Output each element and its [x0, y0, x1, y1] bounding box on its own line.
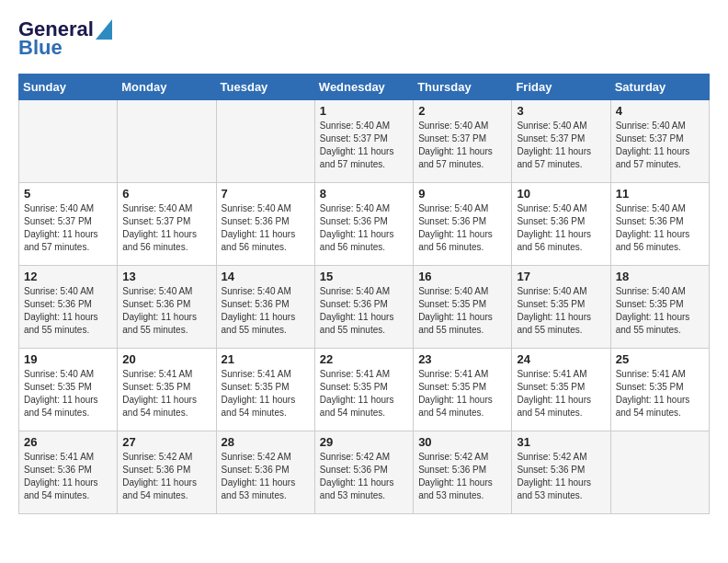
- day-number: 5: [24, 187, 112, 201]
- calendar-cell: 6Sunrise: 5:40 AM Sunset: 5:37 PM Daylig…: [118, 183, 216, 266]
- calendar-header-row: SundayMondayTuesdayWednesdayThursdayFrid…: [19, 75, 710, 100]
- header-monday: Monday: [118, 75, 216, 100]
- day-info: Sunrise: 5:40 AM Sunset: 5:36 PM Dayligh…: [320, 202, 408, 254]
- calendar-week-row: 26Sunrise: 5:41 AM Sunset: 5:36 PM Dayli…: [19, 431, 710, 514]
- calendar-cell: 23Sunrise: 5:41 AM Sunset: 5:35 PM Dayli…: [414, 349, 512, 431]
- day-info: Sunrise: 5:40 AM Sunset: 5:35 PM Dayligh…: [418, 285, 506, 337]
- day-number: 17: [517, 270, 605, 283]
- calendar-cell: 24Sunrise: 5:41 AM Sunset: 5:35 PM Dayli…: [512, 349, 610, 431]
- logo-text-blue: Blue: [18, 37, 63, 59]
- calendar-cell: 16Sunrise: 5:40 AM Sunset: 5:35 PM Dayli…: [414, 266, 512, 349]
- calendar-cell: 13Sunrise: 5:40 AM Sunset: 5:36 PM Dayli…: [118, 266, 216, 349]
- header-friday: Friday: [512, 75, 610, 100]
- day-number: 2: [418, 104, 506, 118]
- day-number: 30: [418, 435, 506, 449]
- day-info: Sunrise: 5:41 AM Sunset: 5:35 PM Dayligh…: [222, 368, 310, 419]
- day-info: Sunrise: 5:41 AM Sunset: 5:35 PM Dayligh…: [320, 368, 408, 419]
- day-info: Sunrise: 5:40 AM Sunset: 5:36 PM Dayligh…: [122, 285, 210, 337]
- calendar-cell: 31Sunrise: 5:42 AM Sunset: 5:36 PM Dayli…: [512, 431, 610, 514]
- day-number: 4: [616, 104, 704, 118]
- calendar-cell: 15Sunrise: 5:40 AM Sunset: 5:36 PM Dayli…: [314, 266, 413, 349]
- day-info: Sunrise: 5:40 AM Sunset: 5:37 PM Dayligh…: [418, 120, 506, 171]
- day-info: Sunrise: 5:40 AM Sunset: 5:35 PM Dayligh…: [616, 285, 704, 337]
- calendar-cell: [610, 431, 709, 514]
- header-sunday: Sunday: [19, 75, 118, 100]
- calendar-cell: 25Sunrise: 5:41 AM Sunset: 5:35 PM Dayli…: [610, 349, 709, 431]
- day-number: 9: [418, 187, 506, 201]
- day-info: Sunrise: 5:40 AM Sunset: 5:35 PM Dayligh…: [24, 368, 112, 419]
- calendar-week-row: 1Sunrise: 5:40 AM Sunset: 5:37 PM Daylig…: [19, 100, 710, 183]
- day-number: 6: [122, 187, 210, 201]
- calendar-cell: 5Sunrise: 5:40 AM Sunset: 5:37 PM Daylig…: [19, 183, 118, 266]
- header-tuesday: Tuesday: [216, 75, 314, 100]
- day-info: Sunrise: 5:40 AM Sunset: 5:36 PM Dayligh…: [24, 285, 112, 337]
- calendar-cell: 1Sunrise: 5:40 AM Sunset: 5:37 PM Daylig…: [314, 100, 413, 183]
- calendar-cell: 28Sunrise: 5:42 AM Sunset: 5:36 PM Dayli…: [216, 431, 314, 514]
- calendar-cell: 8Sunrise: 5:40 AM Sunset: 5:36 PM Daylig…: [314, 183, 413, 266]
- day-info: Sunrise: 5:42 AM Sunset: 5:36 PM Dayligh…: [222, 451, 310, 502]
- calendar-cell: 12Sunrise: 5:40 AM Sunset: 5:36 PM Dayli…: [19, 266, 118, 349]
- day-info: Sunrise: 5:40 AM Sunset: 5:35 PM Dayligh…: [517, 285, 605, 337]
- day-info: Sunrise: 5:40 AM Sunset: 5:37 PM Dayligh…: [24, 202, 112, 254]
- calendar-cell: 9Sunrise: 5:40 AM Sunset: 5:36 PM Daylig…: [414, 183, 512, 266]
- day-info: Sunrise: 5:40 AM Sunset: 5:36 PM Dayligh…: [616, 202, 704, 254]
- day-number: 21: [222, 352, 310, 366]
- day-info: Sunrise: 5:40 AM Sunset: 5:37 PM Dayligh…: [320, 120, 408, 171]
- calendar-cell: [19, 100, 118, 183]
- day-number: 18: [616, 270, 704, 283]
- day-number: 25: [616, 352, 704, 366]
- day-info: Sunrise: 5:41 AM Sunset: 5:35 PM Dayligh…: [616, 368, 704, 419]
- calendar-cell: 7Sunrise: 5:40 AM Sunset: 5:36 PM Daylig…: [216, 183, 314, 266]
- day-info: Sunrise: 5:41 AM Sunset: 5:36 PM Dayligh…: [24, 451, 112, 502]
- day-number: 22: [320, 352, 408, 366]
- calendar-cell: 30Sunrise: 5:42 AM Sunset: 5:36 PM Dayli…: [414, 431, 512, 514]
- calendar-cell: 20Sunrise: 5:41 AM Sunset: 5:35 PM Dayli…: [118, 349, 216, 431]
- calendar-cell: 10Sunrise: 5:40 AM Sunset: 5:36 PM Dayli…: [512, 183, 610, 266]
- day-info: Sunrise: 5:41 AM Sunset: 5:35 PM Dayligh…: [418, 368, 506, 419]
- header-saturday: Saturday: [610, 75, 709, 100]
- day-number: 8: [320, 187, 408, 201]
- logo: General Blue: [18, 18, 112, 59]
- calendar-cell: 2Sunrise: 5:40 AM Sunset: 5:37 PM Daylig…: [414, 100, 512, 183]
- day-number: 16: [418, 270, 506, 283]
- day-number: 3: [517, 104, 605, 118]
- day-number: 13: [122, 270, 210, 283]
- calendar-week-row: 12Sunrise: 5:40 AM Sunset: 5:36 PM Dayli…: [19, 266, 710, 349]
- calendar-cell: 18Sunrise: 5:40 AM Sunset: 5:35 PM Dayli…: [610, 266, 709, 349]
- calendar-cell: 22Sunrise: 5:41 AM Sunset: 5:35 PM Dayli…: [314, 349, 413, 431]
- day-number: 31: [517, 435, 605, 449]
- day-number: 14: [222, 270, 310, 283]
- day-info: Sunrise: 5:40 AM Sunset: 5:36 PM Dayligh…: [418, 202, 506, 254]
- day-info: Sunrise: 5:42 AM Sunset: 5:36 PM Dayligh…: [320, 451, 408, 502]
- day-number: 11: [616, 187, 704, 201]
- day-info: Sunrise: 5:40 AM Sunset: 5:37 PM Dayligh…: [122, 202, 210, 254]
- day-number: 7: [222, 187, 310, 201]
- calendar-cell: 11Sunrise: 5:40 AM Sunset: 5:36 PM Dayli…: [610, 183, 709, 266]
- day-info: Sunrise: 5:40 AM Sunset: 5:36 PM Dayligh…: [517, 202, 605, 254]
- calendar-table: SundayMondayTuesdayWednesdayThursdayFrid…: [18, 74, 710, 514]
- page-header: General Blue: [18, 18, 710, 59]
- day-number: 19: [24, 352, 112, 366]
- day-info: Sunrise: 5:42 AM Sunset: 5:36 PM Dayligh…: [122, 451, 210, 502]
- day-number: 26: [24, 435, 112, 449]
- day-info: Sunrise: 5:40 AM Sunset: 5:36 PM Dayligh…: [320, 285, 408, 337]
- day-number: 12: [24, 270, 112, 283]
- day-info: Sunrise: 5:42 AM Sunset: 5:36 PM Dayligh…: [418, 451, 506, 502]
- logo-bird-icon: [96, 19, 112, 40]
- calendar-week-row: 5Sunrise: 5:40 AM Sunset: 5:37 PM Daylig…: [19, 183, 710, 266]
- calendar-cell: 3Sunrise: 5:40 AM Sunset: 5:37 PM Daylig…: [512, 100, 610, 183]
- day-number: 20: [122, 352, 210, 366]
- calendar-cell: 21Sunrise: 5:41 AM Sunset: 5:35 PM Dayli…: [216, 349, 314, 431]
- day-info: Sunrise: 5:40 AM Sunset: 5:36 PM Dayligh…: [222, 202, 310, 254]
- calendar-cell: 14Sunrise: 5:40 AM Sunset: 5:36 PM Dayli…: [216, 266, 314, 349]
- day-info: Sunrise: 5:40 AM Sunset: 5:37 PM Dayligh…: [616, 120, 704, 171]
- calendar-week-row: 19Sunrise: 5:40 AM Sunset: 5:35 PM Dayli…: [19, 349, 710, 431]
- day-number: 29: [320, 435, 408, 449]
- day-number: 1: [320, 104, 408, 118]
- calendar-cell: 27Sunrise: 5:42 AM Sunset: 5:36 PM Dayli…: [118, 431, 216, 514]
- day-number: 27: [122, 435, 210, 449]
- day-info: Sunrise: 5:40 AM Sunset: 5:36 PM Dayligh…: [222, 285, 310, 337]
- day-number: 23: [418, 352, 506, 366]
- day-info: Sunrise: 5:40 AM Sunset: 5:37 PM Dayligh…: [517, 120, 605, 171]
- day-info: Sunrise: 5:41 AM Sunset: 5:35 PM Dayligh…: [517, 368, 605, 419]
